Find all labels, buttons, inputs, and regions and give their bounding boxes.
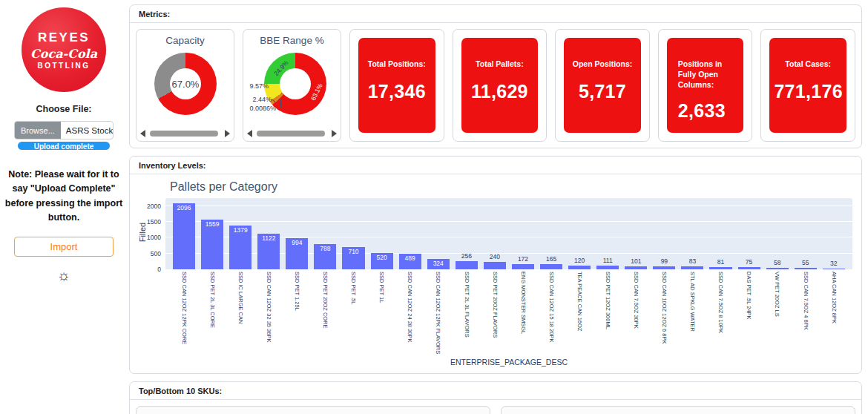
bar-slot: 165 xyxy=(540,198,562,269)
kpi-value: 771,176 xyxy=(774,81,842,102)
bar-value-label: 1122 xyxy=(262,234,275,242)
scroll-right-icon[interactable] xyxy=(332,130,337,137)
total-pallets-card: Total Pallets: 11,629 xyxy=(453,29,548,142)
bar xyxy=(823,269,845,269)
y-tick-label: 1000 xyxy=(147,234,161,241)
bar-slot: 99 xyxy=(653,198,675,269)
scrollbar-thumb[interactable] xyxy=(257,131,325,137)
x-tick-label: SSD CAN 7.5OZ 8 10PK xyxy=(718,272,724,355)
scroll-left-icon[interactable] xyxy=(140,130,145,137)
capacity-center-label: 67.0% xyxy=(154,53,217,115)
x-tick-label: SSD CAN 12OZ 12PK FLAVORS xyxy=(435,272,441,355)
bar-value-label: 788 xyxy=(320,245,330,252)
bbe-card-scrollbar[interactable] xyxy=(247,130,337,137)
logo-text-bottling: BOTTLING xyxy=(37,62,90,70)
x-tick-slot: SSD PET 1L xyxy=(371,272,393,355)
bar-slot: 32 xyxy=(823,198,845,269)
x-tick-slot: SSD CAN 12OZ 24 28 30PK xyxy=(399,272,421,355)
y-tick-label: 1500 xyxy=(147,218,161,226)
capacity-card-scrollbar[interactable] xyxy=(140,130,230,137)
import-button[interactable]: Import xyxy=(14,237,114,257)
bar xyxy=(456,261,478,269)
x-tick-slot: DAS PET .5L 24PK xyxy=(738,272,760,355)
bar-value-label: 55 xyxy=(802,259,809,266)
bar-slot: 1379 xyxy=(229,198,251,269)
bar xyxy=(681,266,703,269)
kpi-value: 2,633 xyxy=(678,100,740,122)
x-tick-slot: TEA PEACE CAN 16OZ xyxy=(568,272,591,355)
capacity-donut-card: Capacity 67.0% xyxy=(136,29,234,142)
bar-slot: 2096 xyxy=(173,198,195,269)
bar-xlabels: SSD CAN 12OZ 12PK CORESSD PET 2L 3L CORE… xyxy=(165,272,852,355)
file-picker[interactable]: Browse... ASRS Stock Ta xyxy=(14,121,114,139)
plot-wrap: 0500100015002000209615591379112299478871… xyxy=(165,198,852,367)
y-axis-title: Filled xyxy=(138,223,147,242)
bbe-slice-label-orange: 2.44% xyxy=(249,96,272,103)
bar-value-label: 994 xyxy=(292,239,302,246)
bar-slot: 81 xyxy=(709,198,731,269)
choose-file-label: Choose File: xyxy=(36,104,91,114)
bar-slot: 710 xyxy=(342,198,364,269)
kpi-box: Total Cases: 771,176 xyxy=(769,38,846,133)
x-tick-slot: SSD PET 1.25L xyxy=(286,272,308,355)
x-tick-slot: SSD PET 2L 3L FLAVORS xyxy=(456,272,478,355)
x-tick-label: TEA PEACE CAN 16OZ xyxy=(576,272,582,355)
x-tick-slot: SSD CAN 12OZ 12PK FLAVORS xyxy=(427,272,450,355)
bar-value-label: 165 xyxy=(546,255,556,263)
kpi-label: Total Pallets: xyxy=(466,59,534,69)
browse-button[interactable]: Browse... xyxy=(15,122,61,139)
y-tick-label: 0 xyxy=(157,266,161,273)
bar-plot: 0500100015002000209615591379112299478871… xyxy=(165,198,852,269)
fully-open-columns-card: Positions in Fully Open Columns: 2,633 xyxy=(658,29,753,142)
x-tick-label: AHA CAN 12OZ 8PK xyxy=(831,272,837,355)
bar-slot: 256 xyxy=(456,198,478,269)
kpi-box: Open Positions: 5,717 xyxy=(564,38,641,133)
skus-section: Top/Bottom 10 SKUs: xyxy=(129,381,862,414)
main-content: Metrics: Capacity 67.0% BBE Range % xyxy=(128,0,868,414)
bar-slot: 520 xyxy=(371,198,393,269)
bar-value-label: 240 xyxy=(490,253,500,260)
bar-value-label: 2096 xyxy=(177,204,191,211)
inventory-chart: Pallets per Category Filled 050010001500… xyxy=(130,174,861,373)
top-skus-card xyxy=(136,406,490,414)
x-tick-label: SSD PET 2L 3L CORE xyxy=(209,272,215,355)
bar xyxy=(709,267,731,269)
scrollbar-thumb[interactable] xyxy=(150,131,218,137)
scroll-right-icon[interactable] xyxy=(225,130,230,137)
x-tick-label: SSD CAN 10OZ 12OZ 6 8PK xyxy=(662,272,668,355)
bar xyxy=(484,262,506,269)
kpi-label: Open Positions: xyxy=(568,59,637,69)
x-tick-label: SSD PET 12OZ 300ML xyxy=(605,272,611,355)
total-cases-card: Total Cases: 771,176 xyxy=(760,29,855,142)
bar xyxy=(795,268,817,269)
x-tick-slot: VW PET 20OZ LS xyxy=(766,272,789,355)
x-tick-slot: SSD CAN 7.5OZ 8 10PK xyxy=(709,272,731,355)
x-tick-slot: SSD CAN 12OZ 32 35 36PK xyxy=(257,272,280,355)
x-tick-label: SSD IC LARGE CAN xyxy=(237,272,243,355)
x-tick-label: VW PET 20OZ LS xyxy=(775,272,780,355)
bar-value-label: 83 xyxy=(689,257,696,265)
kpi-label: Positions in Fully Open Columns: xyxy=(678,59,740,91)
bar-value-label: 111 xyxy=(603,257,613,264)
bbe-chart-title: BBE Range % xyxy=(243,35,341,46)
file-name-value: ASRS Stock Ta xyxy=(61,122,113,139)
bar-chart-title: Pallets per Category xyxy=(170,180,277,194)
x-tick-slot: SSD IC LARGE CAN xyxy=(229,272,251,355)
bar xyxy=(173,203,195,269)
x-tick-label: SSD CAN 12OZ 15 18 20PK xyxy=(548,272,554,355)
scroll-left-icon[interactable] xyxy=(247,130,252,137)
scrollbar-track[interactable] xyxy=(254,131,330,137)
x-tick-label: SSD PET 20OZ CORE xyxy=(323,272,329,355)
scrollbar-track[interactable] xyxy=(147,131,223,137)
metrics-cards-row: Capacity 67.0% BBE Range % 63.1% 24.9% xyxy=(130,23,861,148)
sidebar: REYES Coca-Cola BOTTLING Choose File: Br… xyxy=(0,0,128,414)
x-tick-slot: SSD PET 20OZ FLAVORS xyxy=(484,272,506,355)
leader-line xyxy=(277,99,281,108)
bbe-donut-card: BBE Range % 63.1% 24.9% 9.57% 2.44% 0.00… xyxy=(243,29,341,142)
kpi-label: Total Positions: xyxy=(363,59,431,69)
x-tick-label: SSD CAN 12OZ 32 35 36PK xyxy=(266,272,272,355)
open-positions-card: Open Positions: 5,717 xyxy=(555,29,650,142)
sun-icon[interactable]: ☼ xyxy=(57,268,70,283)
bar xyxy=(653,266,675,269)
bar-slot: 172 xyxy=(512,198,534,269)
